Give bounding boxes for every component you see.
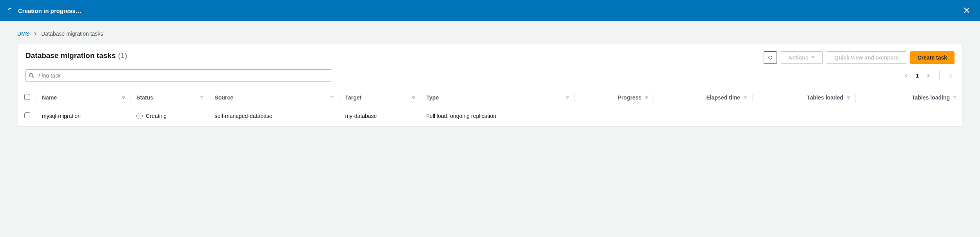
page-number: 1: [916, 72, 919, 79]
actions-dropdown[interactable]: Actions: [781, 51, 823, 64]
col-source[interactable]: Source: [209, 89, 340, 106]
chevron-left-icon: [904, 73, 909, 78]
cell-elapsed: [654, 106, 753, 126]
search-input[interactable]: [25, 69, 331, 82]
banner-title: Creation in progress…: [18, 7, 82, 14]
sort-icon: [846, 94, 850, 101]
col-name[interactable]: Name: [36, 89, 131, 106]
banner-close-button[interactable]: [961, 5, 972, 17]
refresh-icon: [768, 55, 773, 60]
quick-view-label: Quick view and compare: [834, 54, 898, 61]
spinner-icon: [7, 7, 14, 14]
quick-view-button[interactable]: Quick view and compare: [827, 51, 906, 64]
col-status[interactable]: Status: [131, 89, 209, 106]
chevron-right-icon: [33, 31, 37, 37]
gear-icon: [948, 73, 953, 78]
sort-icon: [565, 94, 569, 101]
create-task-label: Create task: [918, 54, 947, 61]
sort-icon: [743, 94, 747, 101]
cell-target: my-database: [339, 106, 421, 126]
cell-loading: [856, 106, 962, 126]
actions-label: Actions: [788, 54, 808, 61]
notification-banner: Creation in progress…: [0, 0, 980, 21]
cell-name: mysql-migration: [36, 106, 131, 126]
col-target[interactable]: Target: [339, 89, 421, 106]
sort-icon: [200, 94, 204, 101]
cell-progress: [575, 106, 654, 126]
panel-count: (1): [118, 51, 127, 60]
sort-icon: [644, 94, 648, 101]
breadcrumb: DMS Database migration tasks: [0, 21, 980, 44]
breadcrumb-root[interactable]: DMS: [17, 31, 29, 37]
pagination: 1: [902, 71, 955, 80]
select-all-checkbox[interactable]: [24, 94, 30, 100]
close-icon: [964, 7, 970, 13]
sort-icon: [330, 94, 334, 101]
panel-title-text: Database migration tasks: [25, 51, 116, 60]
col-loaded[interactable]: Tables loaded: [753, 89, 856, 106]
breadcrumb-current: Database migration tasks: [41, 31, 103, 37]
cell-source: self-managed-database: [209, 106, 340, 126]
col-type[interactable]: Type: [421, 89, 575, 106]
page-prev-button[interactable]: [902, 72, 910, 80]
settings-button[interactable]: [947, 72, 955, 80]
chevron-right-icon: [926, 73, 931, 78]
svg-point-1: [950, 75, 951, 76]
tasks-table: Name Status Source Target Type Progress …: [18, 89, 962, 126]
create-task-button[interactable]: Create task: [910, 51, 955, 64]
cell-type: Full load, ongoing replication: [421, 106, 575, 126]
table-row[interactable]: mysql-migration Creating self-managed-da…: [18, 106, 962, 126]
col-progress[interactable]: Progress: [575, 89, 654, 106]
refresh-button[interactable]: [764, 51, 777, 64]
cell-loaded: [753, 106, 856, 126]
sort-icon: [122, 94, 125, 101]
search-wrapper: [25, 69, 331, 82]
sort-icon: [953, 94, 957, 101]
tasks-panel: Database migration tasks (1) Actions Qui…: [17, 44, 963, 127]
col-elapsed[interactable]: Elapsed time: [654, 89, 753, 106]
page-next-button[interactable]: [924, 72, 932, 80]
col-loading[interactable]: Tables loading: [856, 89, 962, 106]
in-progress-icon: [136, 113, 143, 119]
page-title: Database migration tasks (1): [25, 51, 127, 60]
cell-status: Creating: [131, 106, 209, 126]
sort-icon: [412, 94, 416, 101]
row-checkbox[interactable]: [24, 112, 30, 118]
divider: [939, 71, 940, 80]
caret-down-icon: [811, 54, 815, 61]
